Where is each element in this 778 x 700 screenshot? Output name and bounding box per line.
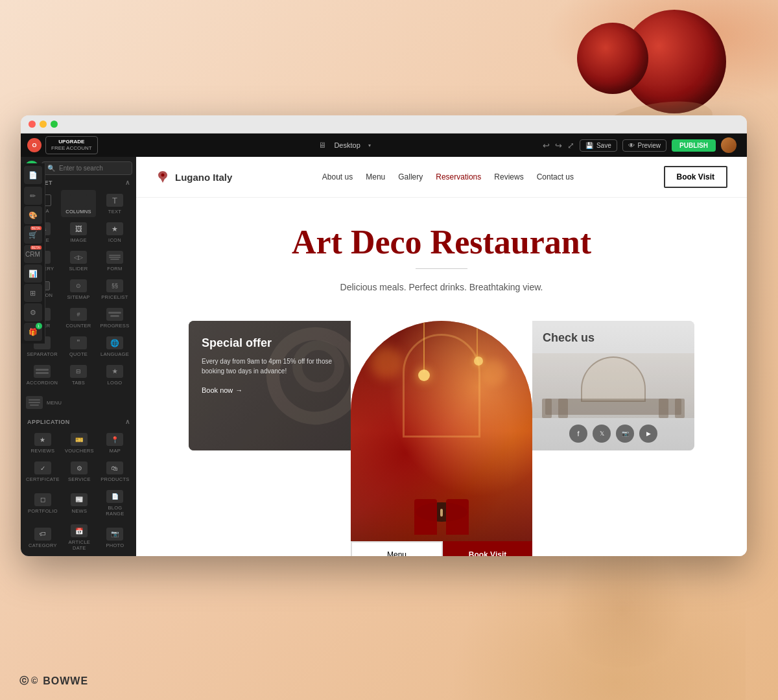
toolbar-desktop-icon[interactable]: 🖥 bbox=[318, 141, 326, 150]
special-offer-description: Every day from 9am to 4pm 15% off for th… bbox=[202, 356, 338, 376]
layers-nav-icon[interactable]: ⊞ bbox=[24, 284, 42, 302]
minimize-button[interactable] bbox=[40, 121, 47, 128]
gift-badge: 1 bbox=[36, 323, 42, 329]
app-news[interactable]: 📰 NEWS bbox=[62, 486, 97, 519]
widget-menu[interactable]: MENU bbox=[25, 392, 132, 412]
pages-nav-icon[interactable]: 📄 bbox=[24, 166, 42, 184]
save-button[interactable]: 💾 Save bbox=[580, 139, 617, 152]
toolbar-desktop-label[interactable]: Desktop bbox=[334, 141, 360, 149]
slider-icon: ◁▷ bbox=[70, 251, 87, 264]
widget-quote[interactable]: " QUOTE bbox=[61, 332, 96, 360]
twitter-icon[interactable]: 𝕏 bbox=[593, 425, 611, 443]
app-title[interactable]: M— TITLE bbox=[98, 555, 132, 556]
book-now-link[interactable]: Book now bbox=[202, 386, 338, 394]
widget-tabs[interactable]: ⊟ TABS bbox=[61, 361, 96, 388]
app-article-date[interactable]: 📅 ARTICLE DATE bbox=[62, 520, 97, 554]
book-visit-nav-button[interactable]: Book Visit bbox=[664, 166, 727, 188]
close-button[interactable] bbox=[29, 121, 36, 128]
app-blog-range[interactable]: 📄 BLOG RANGE bbox=[98, 486, 132, 519]
widget-accordion[interactable]: ACCORDION bbox=[25, 361, 60, 388]
app-photo[interactable]: 📷 PHOTO bbox=[98, 520, 132, 554]
widget-text[interactable]: T TEXT bbox=[97, 190, 132, 217]
special-offer-title: Special offer bbox=[202, 336, 338, 350]
nav-reviews[interactable]: Reviews bbox=[494, 172, 523, 181]
bowwe-logo-icon: O bbox=[27, 138, 41, 152]
app-products[interactable]: 🛍 PRODUCTS bbox=[98, 458, 132, 485]
settings-nav-icon[interactable]: ⚙ bbox=[24, 303, 42, 321]
portfolio-icon: ◻ bbox=[34, 493, 51, 506]
app-reviews[interactable]: ★ REVIEWS bbox=[25, 429, 61, 456]
widget-icon-item[interactable]: ★ ICON bbox=[97, 218, 132, 246]
widget-section-chevron[interactable]: ∧ bbox=[125, 179, 130, 186]
widget-logo[interactable]: ★ LOGO bbox=[97, 361, 132, 388]
undo-icon[interactable]: ↩ bbox=[543, 141, 550, 150]
icon-widget-icon: ★ bbox=[106, 222, 123, 235]
share-icon[interactable]: ⤢ bbox=[567, 141, 574, 150]
widget-sitemap[interactable]: ⊙ SITEMAP bbox=[61, 275, 96, 303]
category-icon: 🏷 bbox=[34, 528, 51, 541]
app-certificate[interactable]: ✓ CERTIFICATE bbox=[25, 458, 61, 485]
application-section-chevron[interactable]: ∧ bbox=[125, 418, 130, 425]
toolbar-desktop-chevron[interactable]: ▾ bbox=[368, 143, 371, 148]
preview-button[interactable]: 👁 Preview bbox=[622, 139, 666, 152]
center-arch-card: Menu Book Visit bbox=[351, 321, 532, 556]
maximize-button[interactable] bbox=[51, 121, 58, 128]
nav-reservations[interactable]: Reservations bbox=[436, 172, 481, 181]
youtube-icon[interactable]: ▶ bbox=[639, 425, 657, 443]
app-map[interactable]: 📍 MAP bbox=[98, 429, 132, 456]
special-offer-card: Special offer Every day from 9am to 4pm … bbox=[189, 321, 351, 450]
nav-contact[interactable]: Contact us bbox=[537, 172, 574, 181]
widget-slider[interactable]: ◁▷ SLIDER bbox=[61, 247, 96, 274]
widget-columns[interactable]: COLUMNS bbox=[61, 190, 96, 217]
light-orb-2 bbox=[480, 360, 506, 386]
site-nav: Lugano Italy About us Menu Gallery Reser… bbox=[136, 157, 747, 198]
analytics-nav-icon[interactable]: 📊 bbox=[24, 264, 42, 283]
redo-icon[interactable]: ↪ bbox=[555, 141, 562, 150]
widget-progress[interactable]: PROGRESS bbox=[97, 304, 132, 331]
search-box: 🔍 bbox=[41, 161, 132, 175]
widget-language[interactable]: 🌐 LANGUAGE bbox=[97, 332, 132, 360]
app-tags[interactable]: 🏷 TAGS bbox=[25, 555, 61, 556]
menu-widget-row: MENU bbox=[21, 392, 136, 414]
app-portfolio[interactable]: ◻ PORTFOLIO bbox=[25, 486, 61, 519]
site-nav-links: About us Menu Gallery Reservations Revie… bbox=[322, 172, 574, 181]
menu-arch-button[interactable]: Menu bbox=[351, 541, 443, 556]
nav-menu[interactable]: Menu bbox=[366, 172, 385, 181]
app-reading-time[interactable]: ⏱ READING TIME bbox=[62, 555, 97, 556]
edit-nav-icon[interactable]: ✏ bbox=[24, 187, 42, 205]
search-input[interactable] bbox=[59, 165, 126, 172]
toolbar-right-group: ↩ ↪ ⤢ 💾 Save 👁 Preview PUBLISH bbox=[543, 137, 737, 153]
editor-toolbar: 🖥 Desktop ▾ ↩ ↪ ⤢ 💾 Save 👁 Preview bbox=[136, 134, 747, 157]
app-vouchers[interactable]: 🎫 VOUCHERS bbox=[62, 429, 97, 456]
app-service[interactable]: ⚙ SERVICE bbox=[62, 458, 97, 485]
widget-form[interactable]: FORM bbox=[97, 247, 132, 274]
widget-counter[interactable]: # COUNTER bbox=[61, 304, 96, 331]
application-section-header: APPLICATION ∧ bbox=[21, 414, 136, 428]
logo-icon-widget: ★ bbox=[106, 365, 123, 378]
crm-nav-icon[interactable]: CRM BETA bbox=[24, 245, 42, 263]
language-icon: 🌐 bbox=[106, 336, 123, 349]
search-icon: 🔍 bbox=[47, 165, 55, 172]
widget-image[interactable]: 🖼 IMAGE bbox=[61, 218, 96, 246]
sitemap-icon: ⊙ bbox=[70, 279, 87, 292]
publish-button[interactable]: PUBLISH bbox=[672, 139, 716, 152]
upgrade-button[interactable]: UPGRADE FREE ACCOUNT bbox=[45, 136, 98, 154]
restaurant-chair-left bbox=[414, 499, 437, 535]
vouchers-icon: 🎫 bbox=[71, 433, 88, 446]
preview-icon: 👁 bbox=[628, 142, 635, 149]
shop-nav-icon[interactable]: 🛒 BETA bbox=[24, 226, 42, 244]
user-avatar[interactable] bbox=[721, 137, 737, 153]
application-widget-grid: ★ REVIEWS 🎫 VOUCHERS 📍 MAP ✓ CERTIFICATE… bbox=[21, 428, 136, 556]
book-visit-arch-button[interactable]: Book Visit bbox=[443, 541, 532, 556]
nav-gallery[interactable]: Gallery bbox=[398, 172, 423, 181]
widget-pricelist[interactable]: §§ PRICELIST bbox=[97, 275, 132, 303]
instagram-icon[interactable]: 📷 bbox=[616, 425, 634, 443]
nav-about[interactable]: About us bbox=[322, 172, 353, 181]
gifts-nav-icon[interactable]: 🎁 1 bbox=[24, 323, 42, 341]
app-category[interactable]: 🏷 CATEGORY bbox=[25, 520, 61, 554]
style-nav-icon[interactable]: 🎨 bbox=[24, 206, 42, 224]
facebook-icon[interactable]: f bbox=[569, 425, 587, 443]
hero-title: Art Deco Restaurant bbox=[149, 224, 734, 261]
certificate-icon: ✓ bbox=[34, 461, 51, 474]
site-logo-icon bbox=[156, 170, 170, 184]
